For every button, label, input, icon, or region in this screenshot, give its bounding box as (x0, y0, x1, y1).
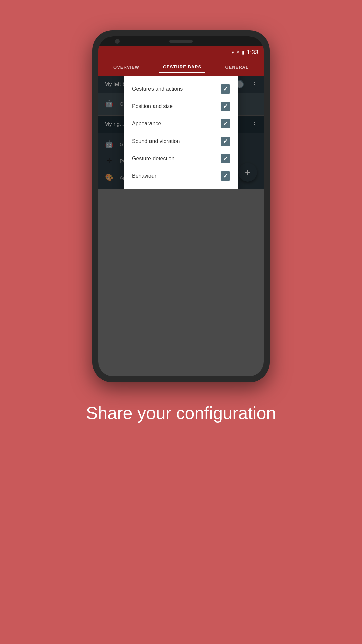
tab-overview[interactable]: OVERVIEW (109, 62, 143, 72)
check-icon: ✓ (223, 155, 228, 162)
dialog-behaviour-label: Behaviour (132, 173, 156, 179)
tab-general[interactable]: GENERAL (221, 62, 253, 72)
dialog-body: Gestures and actions ✓ Position and size… (124, 76, 238, 189)
app-content: My left bar ⋮ 🤖 Gestures and actions (98, 76, 264, 189)
checkbox-sound[interactable]: ✓ (221, 137, 230, 146)
checkbox-detection[interactable]: ✓ (221, 154, 230, 163)
dialog-item-position: Position and size ✓ (132, 98, 230, 115)
dialog-appearance-label: Appearance (132, 121, 161, 127)
dialog-position-label: Position and size (132, 103, 173, 109)
dialog-item-appearance: Appearance ✓ (132, 115, 230, 132)
tab-gesture-bars[interactable]: GESTURE BARS (159, 62, 205, 73)
dialog-detection-label: Gesture detection (132, 156, 174, 162)
status-icons: ▾ ✕ ▮ 1:33 (232, 49, 258, 56)
status-bar: ▾ ✕ ▮ 1:33 (98, 46, 264, 58)
signal-icon: ✕ (236, 50, 240, 55)
checkbox-gestures[interactable]: ✓ (221, 84, 230, 94)
dialog-item-detection: Gesture detection ✓ (132, 150, 230, 167)
checkbox-behaviour[interactable]: ✓ (221, 171, 230, 181)
export-dialog: Export Gestures and actions ✓ Position a… (124, 76, 238, 189)
tab-bar: OVERVIEW GESTURE BARS GENERAL (98, 58, 264, 76)
phone-top-bar (98, 36, 264, 46)
phone-shell: ▾ ✕ ▮ 1:33 OVERVIEW GESTURE BARS GENERAL… (92, 30, 270, 382)
bottom-text: Share your configuration (66, 402, 296, 423)
phone-screen: ▾ ✕ ▮ 1:33 OVERVIEW GESTURE BARS GENERAL… (98, 36, 264, 376)
check-icon: ✓ (223, 103, 228, 110)
battery-icon: ▮ (242, 50, 245, 55)
dialog-item-gestures: Gestures and actions ✓ (132, 80, 230, 98)
dialog-overlay: Export Gestures and actions ✓ Position a… (98, 76, 264, 189)
check-icon: ✓ (223, 85, 228, 93)
checkbox-appearance[interactable]: ✓ (221, 119, 230, 128)
check-icon: ✓ (223, 120, 228, 127)
dialog-sound-label: Sound and vibration (132, 138, 180, 144)
checkbox-position[interactable]: ✓ (221, 102, 230, 111)
dialog-item-behaviour: Behaviour ✓ (132, 167, 230, 185)
check-icon: ✓ (223, 138, 228, 145)
check-icon: ✓ (223, 172, 228, 180)
dialog-item-sound: Sound and vibration ✓ (132, 132, 230, 150)
dialog-gestures-label: Gestures and actions (132, 86, 183, 92)
phone-speaker (169, 40, 193, 43)
wifi-icon: ▾ (232, 50, 234, 55)
phone-camera (115, 39, 120, 44)
status-time: 1:33 (247, 49, 258, 56)
